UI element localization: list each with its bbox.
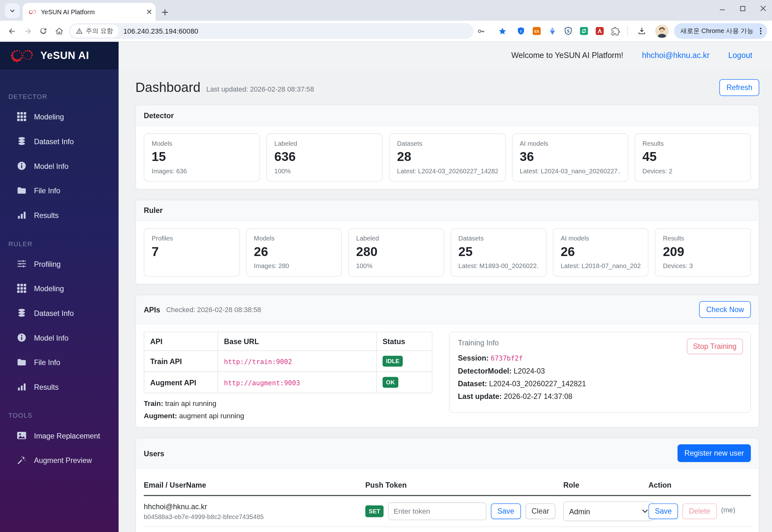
user-delete-button[interactable]: Delete xyxy=(683,503,717,519)
database-icon xyxy=(17,308,27,318)
tab-close-button[interactable] xyxy=(147,10,152,15)
detector-model-line: DetectorModel: L2024-03 xyxy=(458,367,742,375)
sidebar-item-ruler-file-info[interactable]: File Info xyxy=(0,350,119,375)
url-bar[interactable]: 주의 요함 106.240.235.194:60080 xyxy=(69,23,473,39)
stat-label: Datasets xyxy=(397,140,498,147)
stat-value: 26 xyxy=(561,244,641,259)
dataset-line: Dataset: L2024-03_20260227_142821 xyxy=(458,379,742,388)
stat-sub xyxy=(151,262,232,270)
home-button[interactable] xyxy=(51,23,67,39)
favicon-yesun-logo xyxy=(29,9,37,15)
token-save-button[interactable]: Save xyxy=(491,503,521,519)
sidebar-item-image-replacement[interactable]: Image Replacement xyxy=(0,423,119,448)
sidebar-item-detector-modeling[interactable]: Modeling xyxy=(0,104,119,129)
check-now-button[interactable]: Check Now xyxy=(699,301,751,318)
token-clear-button[interactable]: Clear xyxy=(525,503,556,519)
sidebar-item-augment-preview[interactable]: Augment Preview xyxy=(0,448,119,472)
minimize-button[interactable] xyxy=(719,5,725,11)
sidebar-item-detector-model-info[interactable]: Model Info xyxy=(0,154,119,178)
stat-sub: Devices: 2 xyxy=(642,167,743,175)
downloads-button[interactable] xyxy=(634,23,650,39)
sidebar-item-ruler-results[interactable]: Results xyxy=(0,375,119,399)
reload-button[interactable] xyxy=(35,23,51,39)
extension-shield-blue-icon[interactable]: i xyxy=(516,26,526,36)
sidebar-item-detector-file-info[interactable]: File Info xyxy=(0,178,119,203)
stat-sub: Devices: 3 xyxy=(663,262,743,270)
screen: YeSUN AI Platform 주의 xyxy=(0,0,772,532)
profile-avatar[interactable] xyxy=(655,24,669,38)
maximize-button[interactable] xyxy=(740,6,745,11)
bar-chart-icon xyxy=(17,382,27,392)
stat-card-models: Models 15 Images: 636 xyxy=(144,133,260,182)
sidebar-item-ruler-profiling[interactable]: Profiling xyxy=(0,252,119,276)
info-icon xyxy=(17,161,27,171)
security-chip[interactable]: 주의 요함 xyxy=(70,25,119,37)
model-value: L2024-03 xyxy=(514,367,545,375)
browser-tab[interactable]: YeSUN AI Platform xyxy=(23,3,155,21)
api-url: http://train:9002 xyxy=(224,357,292,365)
stat-sub: 100% xyxy=(356,262,436,270)
role-cell: Admin xyxy=(563,502,649,521)
stat-sub: Latest: L2024-03_20260227_142821 xyxy=(397,167,498,175)
home-icon xyxy=(55,26,64,36)
stat-card-labeled: Labeled 280 100% xyxy=(348,228,444,277)
stat-sub: Images: 636 xyxy=(151,167,252,175)
logout-link[interactable]: Logout xyxy=(728,51,752,60)
sidebar-item-ruler-dataset-info[interactable]: Dataset Info xyxy=(0,301,119,325)
url-text: 106.240.235.194:60080 xyxy=(123,27,198,35)
stat-value: 45 xyxy=(642,149,743,164)
stat-label: Models xyxy=(151,140,252,147)
stat-value: 280 xyxy=(356,244,436,259)
stat-label: Profiles xyxy=(151,235,232,242)
dataset-label: Dataset: xyxy=(458,379,489,388)
apis-body: API Base URL Status Train API http://tra… xyxy=(136,324,759,427)
back-button[interactable] xyxy=(4,23,20,39)
role-select[interactable]: Admin xyxy=(563,502,654,521)
stat-label: Labeled xyxy=(356,235,436,242)
sidebar-item-detector-dataset-info[interactable]: Dataset Info xyxy=(0,129,119,154)
password-key-button[interactable] xyxy=(474,23,490,39)
stat-label: Results xyxy=(642,140,743,147)
refresh-button[interactable]: Refresh xyxy=(720,79,759,96)
close-window-button[interactable] xyxy=(760,5,766,11)
image-icon xyxy=(17,431,27,440)
user-save-button[interactable]: Save xyxy=(648,503,678,519)
user-email-link[interactable]: hhchoi@hknu.ac.kr xyxy=(642,51,710,60)
magic-wand-icon xyxy=(17,455,27,465)
stat-value: 26 xyxy=(254,244,334,259)
extension-diamond-icon[interactable] xyxy=(548,26,558,36)
action-cell: Save Delete (me) xyxy=(648,503,751,519)
augment-note-text: augment api running xyxy=(177,412,244,420)
extension-shield-s-icon[interactable]: S xyxy=(563,26,574,36)
register-new-user-button[interactable]: Register new user xyxy=(678,444,751,462)
sidebar-item-ruler-model-info[interactable]: Model Info xyxy=(0,325,119,350)
stat-value: 15 xyxy=(151,149,252,164)
extension-acrobat-icon[interactable] xyxy=(595,26,605,36)
api-table: API Base URL Status Train API http://tra… xyxy=(144,332,432,393)
sidebar-item-label: Profiling xyxy=(34,260,61,268)
chrome-update-pill[interactable]: 새로운 Chrome 사용 가능 xyxy=(674,23,767,39)
section-tools: TOOLS xyxy=(8,412,119,419)
forward-button[interactable] xyxy=(20,23,35,39)
bookmark-star-button[interactable] xyxy=(495,23,511,39)
user-row: test@hknu.ac.kr ce1d86ac-6492-4380-9370-… xyxy=(144,527,751,532)
browser-tab-strip: YeSUN AI Platform xyxy=(0,0,772,21)
training-info-card: Training Info Stop Training Session: 673… xyxy=(449,332,751,413)
stat-value: 636 xyxy=(274,149,375,164)
detector-panel-title: Detector xyxy=(144,111,174,119)
sidebar-item-label: Dataset Info xyxy=(34,309,74,317)
sidebar-item-detector-results[interactable]: Results xyxy=(0,203,119,228)
stat-label: Labeled xyxy=(274,140,375,147)
stop-training-button[interactable]: Stop Training xyxy=(687,338,743,354)
extensions-puzzle-button[interactable] xyxy=(611,26,621,36)
sidebar-item-ruler-modeling[interactable]: Modeling xyxy=(0,276,119,301)
extension-sync-green-icon[interactable] xyxy=(579,26,589,36)
tab-search-button[interactable] xyxy=(5,3,20,18)
chrome-update-text: 새로운 Chrome 사용 가능 xyxy=(680,27,753,35)
new-tab-button[interactable] xyxy=(161,9,168,16)
extension-ex-icon[interactable]: EX xyxy=(532,26,542,36)
sidebar-nav: DETECTOR Modeling Dataset Info Model Inf… xyxy=(0,69,119,472)
sidebar-item-label: File Info xyxy=(34,358,60,366)
token-input[interactable] xyxy=(388,503,487,520)
tab-title: YeSUN AI Platform xyxy=(41,8,143,16)
